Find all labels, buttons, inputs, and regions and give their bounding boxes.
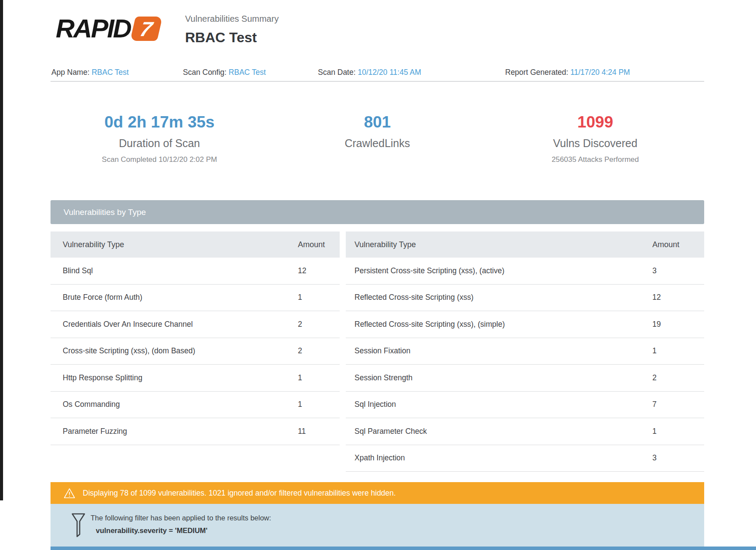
warning-text: Displaying 78 of 1099 vulnerabilities. 1… bbox=[83, 489, 396, 498]
warning-triangle-icon bbox=[64, 488, 75, 499]
vulnerability-type-cell: Os Commanding bbox=[51, 400, 298, 409]
vulnerability-table-right: Vulnerability Type Amount Persistent Cro… bbox=[346, 231, 704, 472]
vulnerability-amount-cell: 3 bbox=[652, 266, 704, 275]
vulnerability-amount-cell: 1 bbox=[652, 427, 704, 436]
stat-vulns-discovered: 1099 Vulns Discovered 256035 Attacks Per… bbox=[486, 114, 704, 164]
table-row: Xpath Injection3 bbox=[346, 445, 704, 472]
table-header-row: Vulnerability Type Amount bbox=[346, 231, 704, 258]
column-header-vulnerability-type: Vulnerability Type bbox=[346, 240, 652, 249]
vulnerability-amount-cell: 1 bbox=[652, 346, 704, 355]
filter-description: The following filter has been applied to… bbox=[91, 514, 271, 522]
vulnerability-amount-cell: 1 bbox=[298, 400, 340, 409]
vulnerability-type-cell: Reflected Cross-site Scripting (xss), (s… bbox=[346, 320, 652, 329]
vulnerability-type-cell: Session Fixation bbox=[346, 346, 652, 355]
table-row: Blind Sql12 bbox=[51, 258, 340, 285]
table-row: Session Fixation1 bbox=[346, 338, 704, 365]
vulnerability-amount-cell: 3 bbox=[652, 453, 704, 463]
stat-vulns-discovered-label: Vulns Discovered bbox=[486, 137, 704, 150]
page-title: RBAC Test bbox=[185, 30, 257, 46]
vulnerability-amount-cell: 1 bbox=[298, 293, 340, 302]
filter-panel: The following filter has been applied to… bbox=[51, 504, 704, 547]
vulnerability-type-cell: Credentials Over An Insecure Channel bbox=[51, 320, 298, 329]
scan-stats: 0d 2h 17m 35s Duration of Scan Scan Comp… bbox=[51, 114, 704, 164]
vulnerability-amount-cell: 1 bbox=[298, 373, 340, 382]
vulnerability-type-cell: Parameter Fuzzing bbox=[51, 427, 298, 436]
column-header-amount: Amount bbox=[298, 240, 340, 249]
vulnerability-amount-cell: 2 bbox=[298, 320, 340, 329]
meta-scan-config-label: Scan Config: bbox=[183, 68, 226, 77]
stat-vulns-discovered-sublabel: 256035 Attacks Performed bbox=[486, 155, 704, 164]
vulnerability-amount-cell: 12 bbox=[298, 266, 340, 275]
table-row: Reflected Cross-site Scripting (xss)12 bbox=[346, 285, 704, 312]
section-header-vulnerabilities-by-type: Vulnerabilities by Type bbox=[51, 200, 704, 224]
vulnerability-type-cell: Sql Parameter Check bbox=[346, 427, 652, 436]
header-divider bbox=[51, 81, 704, 82]
vulnerability-type-cell: Persistent Cross-site Scripting (xss), (… bbox=[346, 266, 652, 275]
table-row: Os Commanding1 bbox=[51, 392, 340, 419]
table-row: Credentials Over An Insecure Channel2 bbox=[51, 311, 340, 338]
report-type-label: Vulnerabilities Summary bbox=[185, 14, 279, 24]
meta-scan-date-value: 10/12/20 11:45 AM bbox=[358, 68, 421, 77]
rapid7-logo-seven-icon: 7 bbox=[130, 17, 162, 41]
meta-scan-config-value[interactable]: RBAC Test bbox=[229, 68, 266, 77]
stat-crawled-links-label: CrawledLinks bbox=[268, 137, 486, 150]
meta-app-name-label: App Name: bbox=[51, 68, 90, 77]
table-row: Sql Injection7 bbox=[346, 392, 704, 419]
filter-expression: vulnerability.severity = 'MEDIUM' bbox=[96, 527, 208, 535]
next-section-edge-strip bbox=[51, 547, 756, 550]
vulnerability-type-cell: Brute Force (form Auth) bbox=[51, 293, 298, 302]
page-edge-strip bbox=[0, 0, 3, 500]
meta-report-generated: Report Generated: 11/17/20 4:24 PM bbox=[505, 68, 630, 77]
table-row: Cross-site Scripting (xss), (dom Based)2 bbox=[51, 338, 340, 365]
section-header-label: Vulnerabilities by Type bbox=[64, 208, 146, 217]
vulnerability-amount-cell: 2 bbox=[652, 373, 704, 382]
stat-duration-value: 0d 2h 17m 35s bbox=[51, 114, 268, 130]
table-header-row: Vulnerability Type Amount bbox=[51, 231, 340, 258]
filter-funnel-icon bbox=[71, 513, 85, 538]
stat-crawled-links-sublabel bbox=[268, 155, 486, 164]
vulnerability-amount-cell: 19 bbox=[652, 320, 704, 329]
vulnerability-type-cell: Http Response Splitting bbox=[51, 373, 298, 382]
column-header-vulnerability-type: Vulnerability Type bbox=[51, 240, 298, 249]
vulnerability-amount-cell: 12 bbox=[652, 293, 704, 302]
table-body-left: Blind Sql12Brute Force (form Auth)1Crede… bbox=[51, 258, 340, 445]
meta-report-generated-value: 11/17/20 4:24 PM bbox=[570, 68, 630, 77]
vulnerability-type-cell: Cross-site Scripting (xss), (dom Based) bbox=[51, 346, 298, 355]
stat-duration: 0d 2h 17m 35s Duration of Scan Scan Comp… bbox=[51, 114, 268, 164]
stat-crawled-links: 801 CrawledLinks bbox=[268, 114, 486, 164]
meta-app-name-value[interactable]: RBAC Test bbox=[91, 68, 128, 77]
stat-crawled-links-value: 801 bbox=[268, 114, 486, 130]
vulnerability-amount-cell: 11 bbox=[298, 427, 340, 436]
table-row: Session Strength2 bbox=[346, 365, 704, 392]
table-row: Brute Force (form Auth)1 bbox=[51, 285, 340, 312]
vulnerability-type-cell: Reflected Cross-site Scripting (xss) bbox=[346, 293, 652, 302]
table-body-right: Persistent Cross-site Scripting (xss), (… bbox=[346, 258, 704, 472]
stat-duration-label: Duration of Scan bbox=[51, 137, 268, 150]
meta-app-name: App Name: RBAC Test bbox=[51, 68, 129, 77]
warning-banner: Displaying 78 of 1099 vulnerabilities. 1… bbox=[51, 482, 704, 504]
stat-duration-sublabel: Scan Completed 10/12/20 2:02 PM bbox=[51, 155, 268, 164]
stat-vulns-discovered-value: 1099 bbox=[486, 114, 704, 130]
vulnerability-amount-cell: 2 bbox=[298, 346, 340, 355]
rapid7-logo: RAPID 7 bbox=[56, 16, 160, 42]
table-row: Persistent Cross-site Scripting (xss), (… bbox=[346, 258, 704, 285]
table-row: Sql Parameter Check1 bbox=[346, 418, 704, 445]
vulnerability-tables: Vulnerability Type Amount Blind Sql12Bru… bbox=[51, 231, 704, 472]
vulnerability-type-cell: Session Strength bbox=[346, 373, 652, 382]
column-header-amount: Amount bbox=[652, 240, 704, 249]
table-row: Reflected Cross-site Scripting (xss), (s… bbox=[346, 311, 704, 338]
meta-scan-date-label: Scan Date: bbox=[318, 68, 356, 77]
table-row: Http Response Splitting1 bbox=[51, 365, 340, 392]
vulnerability-amount-cell: 7 bbox=[652, 400, 704, 409]
meta-scan-config: Scan Config: RBAC Test bbox=[183, 68, 266, 77]
vulnerability-table-left: Vulnerability Type Amount Blind Sql12Bru… bbox=[51, 231, 340, 445]
table-row: Parameter Fuzzing11 bbox=[51, 418, 340, 445]
report-page: RAPID 7 Vulnerabilities Summary RBAC Tes… bbox=[0, 0, 756, 550]
rapid7-logo-text: RAPID bbox=[56, 16, 131, 42]
vulnerability-type-cell: Xpath Injection bbox=[346, 453, 652, 463]
meta-scan-date: Scan Date: 10/12/20 11:45 AM bbox=[318, 68, 421, 77]
meta-report-generated-label: Report Generated: bbox=[505, 68, 568, 77]
vulnerability-type-cell: Sql Injection bbox=[346, 400, 652, 409]
vulnerability-type-cell: Blind Sql bbox=[51, 266, 298, 275]
